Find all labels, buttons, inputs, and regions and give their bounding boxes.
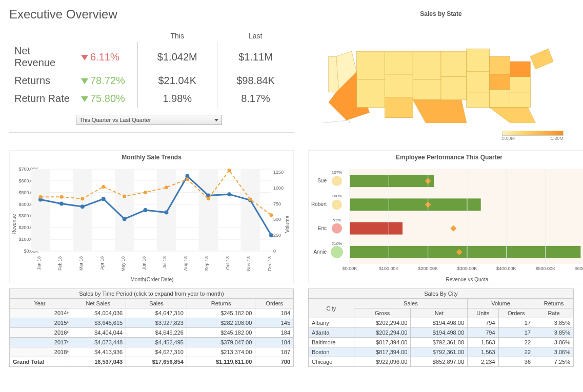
expand-icon[interactable] (67, 350, 69, 353)
employee-perf-title: Employee Performance This Quarter (309, 151, 583, 164)
kpi-last-netrev: $1.11M (217, 42, 294, 72)
svg-point-103 (331, 246, 343, 258)
svg-text:$500.00K: $500.00K (535, 266, 555, 271)
svg-rect-2 (357, 79, 385, 108)
svg-rect-46 (115, 169, 134, 251)
expand-icon[interactable] (67, 340, 69, 343)
svg-text:0: 0 (273, 249, 276, 254)
svg-rect-1 (357, 51, 385, 79)
svg-rect-105 (350, 246, 580, 258)
svg-text:$400.00K: $400.00K (496, 266, 516, 271)
svg-point-59 (227, 192, 231, 196)
map-panel: Sales by State (308, 7, 574, 146)
table-row[interactable]: 2015$3,645,615$3,927,823$282,208.00145 (10, 318, 294, 328)
svg-text:Jul 18: Jul 18 (162, 256, 167, 269)
svg-point-62 (39, 195, 43, 199)
svg-point-65 (102, 185, 105, 189)
svg-rect-44 (31, 169, 50, 251)
kpi-label-rate: Return Rate (9, 90, 76, 108)
page-title: Executive Overview (9, 7, 294, 22)
expand-icon[interactable] (67, 331, 69, 334)
kpi-this-netrev: $1.042M (137, 42, 217, 72)
svg-text:Month(Order Date): Month(Order Date) (131, 277, 174, 282)
svg-point-63 (59, 195, 63, 199)
kpi-delta-netrev: 6.11% (76, 42, 137, 72)
table-row[interactable]: 2018$4,413,936$4,627,310$213,374.00187 (10, 347, 294, 357)
svg-point-99 (332, 223, 342, 234)
svg-text:Jan 18: Jan 18 (36, 256, 42, 270)
table-row[interactable]: Baltimore$817,394.00$792,361.001,563223.… (309, 338, 574, 347)
svg-text:210%: 210% (332, 241, 342, 246)
svg-rect-5 (385, 97, 413, 118)
svg-rect-18 (510, 92, 530, 108)
svg-rect-17 (510, 77, 530, 92)
svg-text:250: 250 (273, 233, 281, 238)
time-table-title: Sales by Time Period (click to expand fr… (10, 289, 294, 299)
svg-text:$0.00K: $0.00K (343, 266, 357, 271)
svg-text:Jun 18: Jun 18 (142, 256, 147, 270)
svg-point-70 (207, 197, 210, 200)
svg-point-69 (186, 177, 189, 181)
period-selector[interactable]: This Quarter vs Last Quarter (76, 115, 222, 125)
table-row[interactable]: 2016$4,404,044$4,649,226$245,182.00184 (10, 328, 294, 338)
svg-point-67 (144, 191, 147, 194)
table-row[interactable]: Boston$817,394.00$792,361.001,563223.06% (309, 347, 574, 357)
monthly-trends-chart[interactable]: Monthly Sale Trends $0.00K$100.00K$200.0… (9, 150, 294, 283)
svg-rect-7 (413, 79, 441, 100)
table-row[interactable]: 2017$4,073,448$4,452,495$379,047.00184 (10, 338, 294, 347)
kpi-delta-rate: 75.80% (76, 90, 137, 108)
table-row[interactable]: Atlanta$202,294.00$194,498.00794173.85% (309, 328, 574, 338)
svg-rect-3 (385, 51, 413, 74)
kpi-label-netrev: Net Revenue (9, 42, 76, 72)
overview-panel: Executive Overview This Last Net Revenue… (9, 7, 294, 146)
svg-point-61 (269, 233, 273, 237)
svg-rect-12 (467, 92, 490, 108)
arrow-down-icon (81, 96, 88, 102)
svg-text:Eric: Eric (318, 225, 327, 231)
employee-performance-chart[interactable]: Employee Performance This Quarter Sue107… (308, 150, 583, 283)
svg-rect-14 (490, 74, 510, 90)
map-title: Sales by State (308, 7, 574, 20)
svg-text:Revenue vs Quota: Revenue vs Quota (446, 277, 489, 282)
svg-text:Sep 18: Sep 18 (204, 256, 209, 271)
svg-text:168%: 168% (332, 194, 342, 198)
svg-rect-47 (157, 169, 176, 251)
svg-text:Volume: Volume (285, 215, 290, 233)
svg-text:Nov 18: Nov 18 (246, 256, 251, 271)
svg-point-54 (123, 217, 127, 221)
expand-icon[interactable] (67, 321, 69, 324)
svg-text:500: 500 (273, 217, 281, 222)
svg-text:$600.00K: $600.00K (575, 266, 583, 271)
svg-text:Aug 18: Aug 18 (183, 256, 188, 271)
svg-text:Oct 18: Oct 18 (225, 256, 230, 270)
svg-rect-16 (510, 61, 530, 77)
svg-text:Dec 18: Dec 18 (267, 256, 272, 271)
svg-rect-15 (490, 90, 510, 108)
svg-point-51 (59, 201, 64, 205)
svg-text:750: 750 (273, 201, 281, 207)
svg-rect-13 (490, 56, 510, 74)
table-row[interactable]: 2014$4,004,036$4,647,310$245,182.00184 (10, 308, 294, 318)
svg-rect-11 (467, 72, 490, 92)
city-table-title: Sales By City (309, 289, 574, 299)
kpi-last-rate: 8.17% (217, 90, 294, 108)
svg-point-72 (249, 198, 252, 201)
kpi-label-returns: Returns (9, 72, 76, 90)
svg-text:$200.00K: $200.00K (418, 266, 438, 271)
kpi-table: This Last Net Revenue 6.11% $1.042M $1.1… (9, 30, 294, 108)
kpi-delta-returns: 78.72% (76, 72, 137, 90)
table-row[interactable]: Chicago$922,096.00$852,897.002,234367.25… (309, 357, 574, 367)
svg-rect-45 (73, 169, 92, 251)
svg-rect-6 (413, 51, 441, 79)
arrow-down-icon (81, 55, 88, 60)
city-table[interactable]: Sales By City City Sales Volume Returns … (308, 288, 574, 367)
svg-rect-97 (350, 198, 481, 211)
svg-text:Feb 18: Feb 18 (57, 256, 63, 271)
kpi-last-returns: $98.84K (217, 72, 294, 90)
divider (9, 132, 294, 133)
table-row[interactable]: Albany$202,294.00$194,498.00794173.85% (309, 318, 574, 328)
expand-icon[interactable] (67, 311, 69, 314)
svg-point-95 (332, 199, 342, 210)
us-map[interactable] (308, 20, 574, 123)
time-period-table[interactable]: Sales by Time Period (click to expand fr… (9, 288, 294, 367)
